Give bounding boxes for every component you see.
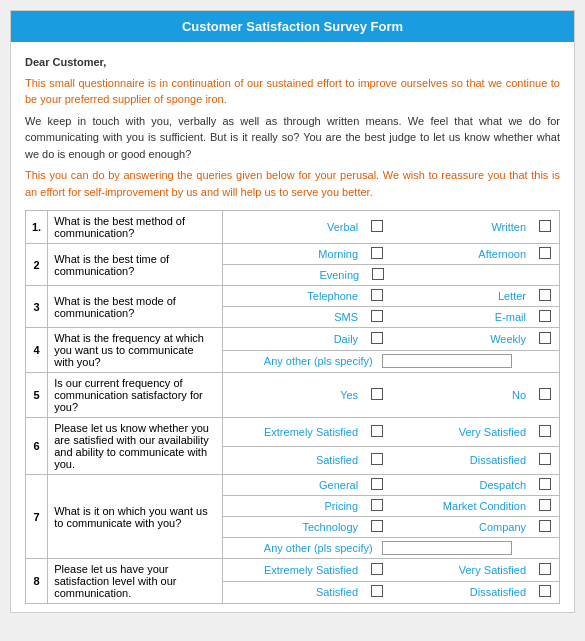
any-other-input[interactable] (382, 541, 512, 555)
option-label: Despatch (391, 475, 531, 495)
question-text: What is it on which you want us to commu… (48, 475, 223, 559)
options-inner-table: Daily Weekly (223, 329, 559, 349)
checkbox-cell[interactable] (363, 307, 391, 327)
checkbox[interactable] (539, 520, 551, 532)
options-inner-table: Verbal Written (223, 217, 559, 237)
checkbox[interactable] (539, 289, 551, 301)
checkbox[interactable] (539, 563, 551, 575)
checkbox-cell[interactable] (363, 475, 391, 495)
any-other-input-cell[interactable] (377, 538, 559, 558)
options-inner-table: Satisfied Dissatisfied (223, 582, 559, 602)
checkbox[interactable] (371, 520, 383, 532)
table-row: 8 Please let us have your satisfaction l… (26, 559, 560, 582)
option-label: Written (391, 217, 531, 237)
checkbox-cell[interactable] (363, 582, 391, 602)
checkbox-cell[interactable] (531, 385, 559, 405)
any-other-input[interactable] (382, 354, 512, 368)
checkbox[interactable] (371, 499, 383, 511)
checkbox[interactable] (371, 310, 383, 322)
checkbox[interactable] (539, 499, 551, 511)
checkbox-cell[interactable] (531, 560, 559, 580)
table-row: 5 Is our current frequency of communicat… (26, 373, 560, 418)
question-number: 1. (26, 211, 48, 244)
intro-section: Dear Customer, This small questionnaire … (25, 54, 560, 200)
checkbox-cell[interactable] (531, 517, 559, 537)
checkbox[interactable] (371, 247, 383, 259)
options-row: Yes No (223, 385, 559, 405)
checkbox[interactable] (539, 220, 551, 232)
checkbox[interactable] (371, 453, 383, 465)
checkbox[interactable] (539, 332, 551, 344)
option-label: E-mail (391, 307, 531, 327)
checkbox[interactable] (371, 289, 383, 301)
options-cell: Yes No (223, 373, 560, 418)
any-other-label: Any other (pls specify) (223, 351, 376, 371)
checkbox-cell[interactable] (363, 286, 391, 306)
checkbox-cell[interactable] (363, 517, 391, 537)
checkbox[interactable] (539, 585, 551, 597)
option-label: Yes (223, 385, 363, 405)
question-text: Please let us know whether you are satis… (48, 418, 223, 475)
option-label (392, 265, 533, 285)
table-row: 1. What is the best method of communicat… (26, 211, 560, 244)
checkbox-cell[interactable] (531, 582, 559, 602)
question-number: 3 (26, 286, 48, 328)
checkbox-cell[interactable] (531, 244, 559, 264)
question-text: What is the best method of communication… (48, 211, 223, 244)
page: Customer Satisfaction Survey Form Dear C… (10, 10, 575, 613)
checkbox[interactable] (371, 563, 383, 575)
options-row: Verbal Written (223, 217, 559, 237)
question-number: 2 (26, 244, 48, 286)
options-row: Pricing Market Condition (223, 496, 559, 516)
question-text: Please let us have your satisfaction lev… (48, 559, 223, 604)
options-cell: Verbal Written (223, 211, 560, 244)
checkbox-cell[interactable] (364, 265, 392, 285)
checkbox[interactable] (539, 388, 551, 400)
checkbox[interactable] (539, 425, 551, 437)
options-cell: Pricing Market Condition (223, 496, 560, 517)
table-row: 2 What is the best time of communication… (26, 244, 560, 265)
checkbox[interactable] (371, 478, 383, 490)
checkbox-cell[interactable] (363, 217, 391, 237)
checkbox[interactable] (372, 268, 384, 280)
checkbox-cell[interactable] (363, 244, 391, 264)
option-label: Very Satisfied (391, 422, 531, 442)
checkbox[interactable] (371, 585, 383, 597)
options-row: Daily Weekly (223, 329, 559, 349)
option-label: Market Condition (391, 496, 531, 516)
options-cell: Satisfied Dissatisfied (223, 446, 560, 475)
page-title: Customer Satisfaction Survey Form (182, 19, 403, 34)
checkbox-cell[interactable] (363, 450, 391, 470)
question-number: 4 (26, 328, 48, 373)
table-row: 3 What is the best mode of communication… (26, 286, 560, 307)
checkbox-cell[interactable] (531, 496, 559, 516)
checkbox-cell[interactable] (363, 496, 391, 516)
options-inner-table: Evening (223, 265, 559, 285)
checkbox-cell[interactable] (531, 329, 559, 349)
checkbox-cell[interactable] (531, 217, 559, 237)
checkbox[interactable] (371, 425, 383, 437)
checkbox-cell[interactable] (531, 475, 559, 495)
checkbox-cell[interactable] (363, 329, 391, 349)
checkbox-cell[interactable] (531, 450, 559, 470)
checkbox[interactable] (371, 332, 383, 344)
checkbox[interactable] (371, 388, 383, 400)
checkbox-cell[interactable] (363, 422, 391, 442)
checkbox[interactable] (539, 310, 551, 322)
checkbox[interactable] (539, 247, 551, 259)
any-other-input-cell[interactable] (377, 351, 559, 371)
checkbox-cell[interactable] (363, 385, 391, 405)
options-row: Technology Company (223, 517, 559, 537)
options-cell: Technology Company (223, 517, 560, 538)
checkbox[interactable] (539, 478, 551, 490)
options-cell: Telephone Letter (223, 286, 560, 307)
options-row: Telephone Letter (223, 286, 559, 306)
checkbox-cell[interactable] (531, 286, 559, 306)
checkbox[interactable] (539, 453, 551, 465)
checkbox-cell[interactable] (531, 307, 559, 327)
option-label: Morning (223, 244, 363, 264)
table-row: 4 What is the frequency at which you wan… (26, 328, 560, 351)
checkbox-cell[interactable] (531, 422, 559, 442)
checkbox-cell[interactable] (363, 560, 391, 580)
checkbox[interactable] (371, 220, 383, 232)
